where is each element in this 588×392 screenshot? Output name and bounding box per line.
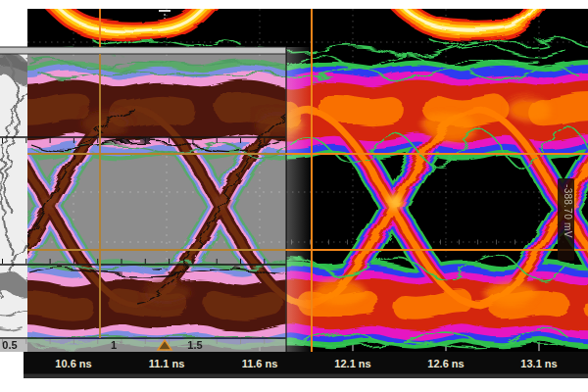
readout-value: -388.70 mV bbox=[563, 184, 573, 238]
overlay-margin-wash bbox=[0, 47, 27, 352]
time-label-2: 11.6 ns bbox=[242, 358, 278, 369]
time-label-4: 12.6 ns bbox=[427, 358, 464, 369]
time-label-1: 11.1 ns bbox=[149, 358, 185, 369]
overlay-scale-label-1: 1 bbox=[111, 339, 117, 351]
time-label-3: 12.1 ns bbox=[334, 358, 370, 369]
oscilloscope-screen: 0.5 1 1.5 -388.70 mV 10.6 ns 11.1 ns 11.… bbox=[0, 0, 588, 392]
overlay-edge-shadow bbox=[287, 47, 313, 352]
overlay-scale-strip bbox=[0, 339, 286, 352]
overlay-scale-label-0: 0.5 bbox=[2, 339, 17, 351]
time-label-0: 10.6 ns bbox=[55, 358, 91, 369]
time-axis-bar: 10.6 ns 11.1 ns 11.6 ns 12.1 ns 12.6 ns … bbox=[24, 352, 588, 378]
overlay-top-bar bbox=[0, 47, 286, 54]
time-label-5: 13.1 ns bbox=[520, 358, 557, 369]
voltage-cursor-readout: -388.70 mV bbox=[558, 178, 574, 261]
time-axis-lower-strip bbox=[24, 374, 588, 379]
waveform-display: 0.5 1 1.5 -388.70 mV 10.6 ns 11.1 ns 11.… bbox=[0, 0, 588, 392]
time-axis-background bbox=[24, 352, 588, 374]
overlay-scale-label-2: 1.5 bbox=[187, 339, 202, 351]
